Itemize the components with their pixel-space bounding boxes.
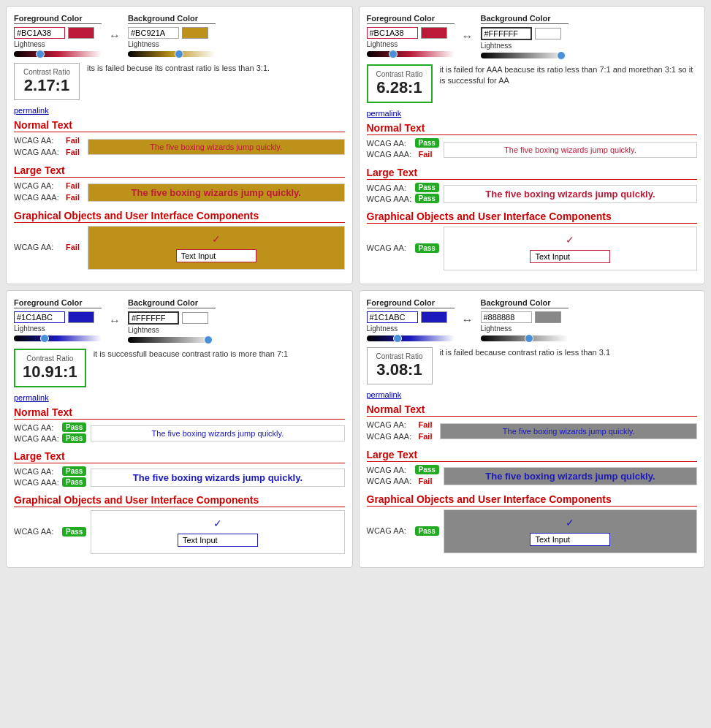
foreground-lightness-label: Lightness	[14, 40, 102, 48]
permalink[interactable]: permalink	[367, 109, 698, 118]
normal-text-title: Normal Text	[14, 406, 345, 420]
ui-block: WCAG AA:Pass✓	[367, 227, 698, 270]
wcag-aa-row: WCAG AA:Pass	[14, 422, 86, 432]
permalink[interactable]: permalink	[367, 390, 698, 399]
background-hex-input[interactable]	[481, 27, 532, 40]
background-swatch-row	[481, 27, 569, 40]
large-text-demo: The five boxing wizards jump quickly.	[444, 467, 697, 485]
permalink[interactable]: permalink	[14, 393, 345, 402]
background-group: Background ColorLightness	[128, 298, 216, 343]
text-input-demo[interactable]	[530, 250, 610, 263]
contrast-section: Contrast Ratio6.28:1it is failed for AAA…	[367, 64, 698, 103]
foreground-label: Foreground Color	[367, 298, 455, 308]
background-group: Background ColorLightness	[128, 14, 216, 57]
normal-text-layout: WCAG AA:FailWCAG AAA:FailThe five boxing…	[14, 135, 345, 159]
large-wcag-aa-label: WCAG AA:	[14, 467, 59, 476]
permalink[interactable]: permalink	[14, 106, 345, 115]
large-wcag-aa-row: WCAG AA:Pass	[14, 466, 86, 476]
background-label: Background Color	[128, 14, 216, 24]
normal-text-demo: The five boxing wizards jump quickly.	[440, 423, 697, 439]
checkmark-icon: ✓	[212, 233, 221, 245]
foreground-hex-input[interactable]	[367, 311, 418, 323]
normal-text-title: Normal Text	[14, 119, 345, 132]
foreground-lightness-track[interactable]	[367, 51, 455, 57]
ui-layout: WCAG AA:Pass✓	[14, 510, 345, 554]
ui-demo-box: ✓	[444, 227, 697, 270]
background-swatch	[535, 311, 561, 323]
swap-icon[interactable]: ↔	[462, 30, 474, 43]
foreground-swatch-row	[14, 27, 102, 39]
foreground-lightness-track[interactable]	[14, 335, 102, 341]
foreground-label: Foreground Color	[14, 298, 102, 308]
wcag-aaa-row: WCAG AAA:Fail	[367, 431, 436, 441]
ui-wcag-aa-label: WCAG AA:	[367, 526, 412, 535]
foreground-label: Foreground Color	[367, 14, 455, 24]
foreground-swatch-row	[367, 311, 455, 323]
wcag-aa-badge: Fail	[415, 420, 436, 430]
contrast-section: Contrast Ratio10.91:1it is successfull b…	[14, 349, 345, 387]
normal-text-block: WCAG AA:PassWCAG AAA:PassThe five boxing…	[14, 422, 345, 444]
large-wcag-aa-label: WCAG AA:	[14, 181, 59, 190]
foreground-group: Foreground ColorLightness	[367, 298, 455, 341]
ui-title: Graphical Objects and User Interface Com…	[367, 211, 698, 224]
large-text-labels: WCAG AA:PassWCAG AAA:Pass	[14, 466, 86, 488]
checkmark-icon: ✓	[566, 234, 574, 246]
ui-wcag-aa-row: WCAG AA:Pass	[367, 243, 439, 253]
text-input-demo[interactable]	[530, 533, 610, 546]
normal-text-labels: WCAG AA:FailWCAG AAA:Fail	[367, 420, 436, 443]
background-hex-input[interactable]	[481, 311, 532, 323]
contrast-label: Contrast Ratio	[22, 68, 72, 76]
ui-wcag-aa-badge: Pass	[62, 527, 86, 536]
background-lightness-track[interactable]	[481, 335, 569, 341]
large-wcag-aaa-badge: Fail	[415, 476, 436, 486]
background-lightness-track[interactable]	[481, 53, 569, 58]
background-lightness-track[interactable]	[128, 51, 216, 57]
checkmark-icon: ✓	[566, 517, 574, 528]
panel-2: Foreground ColorLightness↔Background Col…	[359, 6, 706, 284]
large-text-labels: WCAG AA:FailWCAG AAA:Fail	[14, 181, 83, 204]
large-text-block: WCAG AA:FailWCAG AAA:FailThe five boxing…	[14, 181, 345, 204]
wcag-aa-label: WCAG AA:	[14, 423, 59, 432]
contrast-description: it is successfull beacuse contrast ratio…	[94, 349, 345, 360]
foreground-label: Foreground Color	[14, 14, 102, 24]
foreground-swatch	[421, 311, 447, 323]
wcag-aaa-badge: Fail	[415, 431, 436, 441]
swap-icon[interactable]: ↔	[109, 314, 121, 327]
swap-icon[interactable]: ↔	[109, 29, 121, 42]
contrast-value: 10.91:1	[23, 363, 77, 382]
normal-text-block: WCAG AA:FailWCAG AAA:FailThe five boxing…	[14, 135, 345, 159]
text-input-demo[interactable]	[176, 249, 256, 262]
large-wcag-aaa-badge: Pass	[62, 477, 86, 487]
ui-wcag-aa-row: WCAG AA:Fail	[14, 242, 83, 252]
ui-block: WCAG AA:Pass✓	[14, 510, 345, 554]
ui-wcag-aa-label: WCAG AA:	[14, 527, 59, 536]
foreground-swatch	[68, 311, 94, 323]
panel-4: Foreground ColorLightness↔Background Col…	[359, 290, 706, 568]
color-row: Foreground ColorLightness↔Background Col…	[14, 298, 345, 343]
panel-1: Foreground ColorLightness↔Background Col…	[6, 6, 353, 284]
wcag-aa-row: WCAG AA:Fail	[14, 135, 83, 145]
large-wcag-aaa-label: WCAG AAA:	[367, 194, 412, 203]
foreground-hex-input[interactable]	[14, 27, 65, 39]
ui-layout: WCAG AA:Pass✓	[367, 509, 698, 553]
foreground-lightness-track[interactable]	[14, 51, 102, 57]
background-label: Background Color	[128, 298, 216, 308]
large-wcag-aaa-row: WCAG AAA:Fail	[367, 476, 439, 486]
foreground-swatch	[68, 27, 94, 39]
foreground-hex-input[interactable]	[14, 311, 65, 323]
background-hex-input[interactable]	[128, 27, 179, 39]
text-input-demo[interactable]	[178, 534, 258, 547]
large-wcag-aaa-badge: Fail	[62, 192, 83, 202]
foreground-hex-input[interactable]	[367, 27, 418, 39]
swap-icon[interactable]: ↔	[462, 314, 474, 327]
color-row: Foreground ColorLightness↔Background Col…	[367, 14, 698, 58]
background-hex-input[interactable]	[128, 311, 179, 325]
ui-wcag-aa-row: WCAG AA:Pass	[367, 526, 439, 536]
foreground-swatch	[421, 27, 447, 39]
background-lightness-track[interactable]	[128, 337, 216, 343]
color-row: Foreground ColorLightness↔Background Col…	[14, 14, 345, 57]
wcag-aa-label: WCAG AA:	[14, 136, 59, 145]
ui-demo-box: ✓	[444, 509, 697, 553]
foreground-lightness-track[interactable]	[367, 335, 455, 341]
large-wcag-aa-badge: Pass	[415, 465, 439, 474]
